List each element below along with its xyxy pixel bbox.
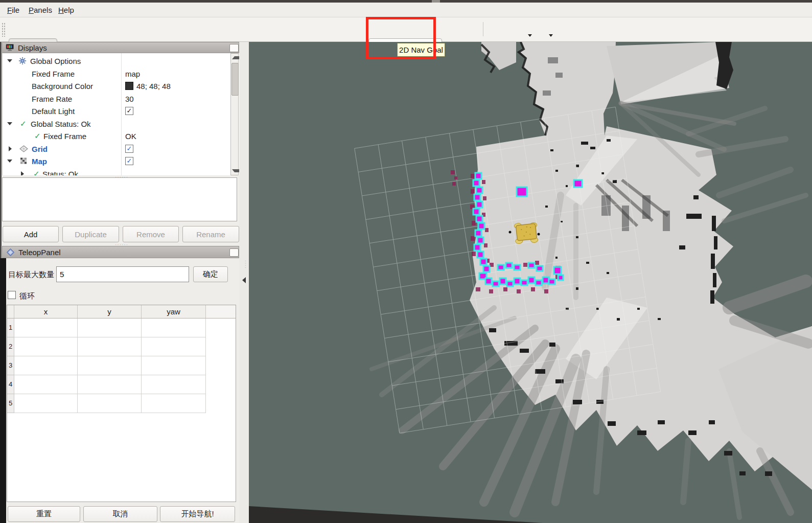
cell-yaw[interactable] bbox=[142, 319, 206, 337]
table-row: 5 bbox=[7, 394, 236, 413]
cell-y[interactable] bbox=[78, 394, 142, 413]
chevron-right-icon[interactable] bbox=[9, 146, 12, 151]
cell-yaw[interactable] bbox=[142, 375, 206, 394]
duplicate-button[interactable]: Duplicate bbox=[62, 226, 119, 242]
table-row: 2 bbox=[7, 337, 236, 356]
map-view bbox=[249, 42, 812, 523]
chevron-right-icon[interactable] bbox=[21, 171, 24, 175]
annotation-highlight-box bbox=[366, 17, 436, 59]
corner-header-cell bbox=[7, 305, 14, 318]
teleop-panel-detach-button[interactable] bbox=[229, 248, 239, 257]
column-header-y[interactable]: y bbox=[78, 305, 142, 318]
map-display-icon bbox=[20, 157, 28, 165]
map-checkbox[interactable]: ✓ bbox=[125, 157, 133, 165]
zoom-out-dropdown-caret[interactable] bbox=[528, 34, 532, 37]
row-number[interactable]: 1 bbox=[7, 319, 14, 337]
table-row: 4 bbox=[7, 375, 236, 394]
cell-x[interactable] bbox=[14, 394, 78, 413]
fixed-frame-value[interactable]: map bbox=[125, 69, 140, 78]
cell-x[interactable] bbox=[14, 319, 78, 337]
visibility-dropdown-caret[interactable] bbox=[549, 34, 553, 37]
background-color-value[interactable]: 48; 48; 48 bbox=[136, 82, 171, 90]
table-row: 1 bbox=[7, 319, 236, 337]
row-number[interactable]: 4 bbox=[7, 375, 14, 394]
table-row: 3 bbox=[7, 356, 236, 375]
cell-x[interactable] bbox=[14, 356, 78, 375]
splitter-dots: ···· bbox=[243, 260, 248, 269]
cell-y[interactable] bbox=[78, 337, 142, 356]
start-navigation-button[interactable]: 开始导航! bbox=[160, 506, 235, 522]
cell-yaw[interactable] bbox=[142, 394, 206, 413]
teleop-panel-title: TeleopPanel bbox=[18, 248, 61, 257]
add-button[interactable]: Add bbox=[3, 226, 59, 242]
chevron-down-icon[interactable] bbox=[7, 160, 12, 163]
toolbar-drag-handle[interactable] bbox=[2, 22, 5, 37]
grid-checkbox[interactable]: ✓ bbox=[125, 145, 133, 153]
column-header-yaw[interactable]: yaw bbox=[142, 305, 206, 318]
default-light-checkbox[interactable]: ✓ bbox=[125, 107, 133, 115]
window-edge bbox=[0, 42, 2, 258]
displays-panel-header[interactable]: Displays bbox=[2, 42, 239, 53]
toolbar-separator bbox=[483, 22, 483, 36]
goal-count-input[interactable] bbox=[56, 266, 189, 282]
chevron-down-icon[interactable] bbox=[7, 59, 12, 62]
loop-label: 循环 bbox=[19, 291, 35, 301]
cell-y[interactable] bbox=[78, 356, 142, 375]
displays-panel-title: Displays bbox=[18, 43, 47, 52]
cell-yaw[interactable] bbox=[142, 356, 206, 375]
goal-count-label: 目标最大数量 bbox=[8, 270, 54, 280]
waypoint-table: x y yaw 1 2 3 4 5 bbox=[7, 305, 236, 502]
displays-monitor-icon bbox=[6, 43, 14, 52]
panel-splitter[interactable]: ···· bbox=[239, 42, 249, 523]
panel-diamond-icon bbox=[7, 248, 14, 256]
confirm-button[interactable]: 确定 bbox=[193, 266, 228, 282]
rename-button[interactable]: Rename bbox=[182, 226, 239, 242]
status-ok-check-icon: ✓ bbox=[34, 131, 41, 141]
grid-display-icon bbox=[19, 145, 28, 152]
teleop-panel-header[interactable]: TeleopPanel bbox=[2, 246, 239, 258]
render-viewport[interactable] bbox=[249, 42, 812, 523]
tree-column-divider bbox=[121, 53, 122, 175]
cell-x[interactable] bbox=[14, 337, 78, 356]
row-number[interactable]: 3 bbox=[7, 356, 14, 375]
cell-y[interactable] bbox=[78, 319, 142, 337]
display-description-box bbox=[2, 177, 237, 221]
scrollbar-thumb[interactable] bbox=[231, 63, 239, 96]
rviz-window: File Panels Help Interact Move Camera Se… bbox=[0, 0, 812, 523]
header-filler bbox=[206, 305, 236, 318]
row-number[interactable]: 5 bbox=[7, 394, 14, 413]
reset-button[interactable]: 重置 bbox=[8, 506, 80, 522]
cell-y[interactable] bbox=[78, 375, 142, 394]
menu-file[interactable]: File bbox=[4, 4, 22, 16]
cell-yaw[interactable] bbox=[142, 337, 206, 356]
displays-tree: Global Options Fixed Frame map Backgroun… bbox=[2, 53, 239, 175]
cancel-button[interactable]: 取消 bbox=[83, 506, 157, 522]
status-ok-check-icon: ✓ bbox=[33, 169, 40, 175]
desktop-edge bbox=[0, 258, 6, 523]
row-number[interactable]: 2 bbox=[7, 337, 14, 356]
remove-button[interactable]: Remove bbox=[123, 226, 179, 242]
menu-help[interactable]: Help bbox=[55, 4, 77, 16]
fixed-frame-status-value: OK bbox=[125, 132, 136, 141]
displays-panel-detach-button[interactable] bbox=[229, 44, 239, 52]
waypoint-table-header: x y yaw bbox=[7, 305, 236, 319]
displays-scrollbar[interactable] bbox=[230, 53, 239, 175]
status-ok-check-icon: ✓ bbox=[20, 119, 27, 128]
menu-bar: File Panels Help bbox=[0, 3, 812, 17]
menu-panels[interactable]: Panels bbox=[26, 4, 55, 16]
chevron-down-icon[interactable] bbox=[7, 122, 12, 125]
column-header-x[interactable]: x bbox=[14, 305, 78, 318]
color-swatch[interactable] bbox=[125, 82, 133, 90]
loop-checkbox[interactable] bbox=[8, 291, 16, 299]
gear-icon bbox=[18, 57, 27, 65]
frame-rate-value[interactable]: 30 bbox=[125, 94, 134, 103]
cell-x[interactable] bbox=[14, 375, 78, 394]
collapse-panel-icon[interactable] bbox=[242, 277, 246, 283]
